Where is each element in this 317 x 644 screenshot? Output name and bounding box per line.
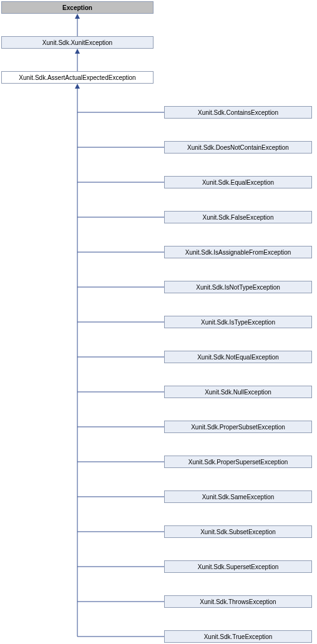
node-leaf[interactable]: Xunit.Sdk.IsTypeException [164,316,312,328]
node-leaf[interactable]: Xunit.Sdk.ThrowsException [164,595,312,608]
node-leaf[interactable]: Xunit.Sdk.IsNotTypeException [164,281,312,293]
node-leaf[interactable]: Xunit.Sdk.NullException [164,386,312,398]
node-assert-actual-expected-exception[interactable]: Xunit.Sdk.AssertActualExpectedException [1,71,154,84]
node-leaf[interactable]: Xunit.Sdk.TrueException [164,630,312,643]
node-leaf[interactable]: Xunit.Sdk.FalseException [164,211,312,223]
svg-marker-0 [75,14,80,19]
node-leaf[interactable]: Xunit.Sdk.ContainsException [164,106,312,119]
node-leaf[interactable]: Xunit.Sdk.IsAssignableFromException [164,246,312,258]
node-leaf[interactable]: Xunit.Sdk.SupersetException [164,560,312,573]
node-leaf[interactable]: Xunit.Sdk.SubsetException [164,525,312,538]
svg-marker-2 [75,49,80,54]
node-leaf[interactable]: Xunit.Sdk.ProperSupersetException [164,456,312,468]
node-leaf[interactable]: Xunit.Sdk.NotEqualException [164,351,312,363]
node-exception[interactable]: Exception [1,1,154,14]
node-leaf[interactable]: Xunit.Sdk.DoesNotContainException [164,141,312,154]
node-leaf[interactable]: Xunit.Sdk.EqualException [164,176,312,188]
svg-marker-4 [75,84,80,89]
node-leaf[interactable]: Xunit.Sdk.SameException [164,490,312,503]
node-xunit-exception[interactable]: Xunit.Sdk.XunitException [1,36,154,49]
node-leaf[interactable]: Xunit.Sdk.ProperSubsetException [164,421,312,433]
